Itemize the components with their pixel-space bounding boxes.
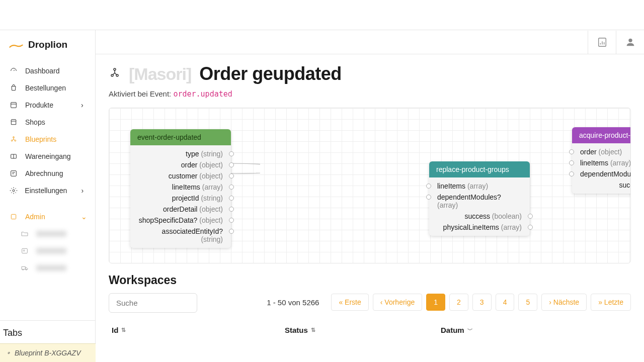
node-property: lineItems (array) xyxy=(429,180,530,192)
top-header xyxy=(96,30,644,54)
tabs-section: Tabs ⚬ Blueprint B-XGGAZV xyxy=(0,320,96,362)
app-name: Droplion xyxy=(28,39,67,50)
nav-incoming[interactable]: Wareneingang xyxy=(0,148,95,165)
nav-label: Einstellungen xyxy=(25,187,67,195)
svg-point-12 xyxy=(26,269,27,270)
nav-label: Shops xyxy=(25,118,45,126)
nav-shops[interactable]: Shops xyxy=(0,114,95,131)
node-event-order-updated[interactable]: event-order-updated type (string)order (… xyxy=(130,129,231,248)
nav-products[interactable]: Produkte › xyxy=(0,97,95,114)
nav-admin[interactable]: Admin ⌄ xyxy=(0,208,95,225)
page-prev[interactable]: ‹ Vorherige xyxy=(373,294,422,311)
page-4[interactable]: 4 xyxy=(496,294,515,311)
orders-icon xyxy=(9,83,18,93)
logo[interactable]: Droplion xyxy=(0,30,95,59)
node-property: dependentModu xyxy=(572,168,631,179)
dashboard-icon xyxy=(9,66,18,75)
page-subtitle: Aktiviert bei Event: order.updated xyxy=(109,89,631,99)
nav-settings[interactable]: Einstellungen › xyxy=(0,182,95,199)
nav-label: Produkte xyxy=(25,101,53,109)
chevron-right-icon: › xyxy=(81,101,86,109)
node-property: order (object) xyxy=(130,159,231,170)
page-last[interactable]: » Letzte xyxy=(591,294,631,311)
node-property: success xyxy=(572,179,631,191)
blueprint-canvas[interactable]: event-order-updated type (string)order (… xyxy=(109,108,631,263)
col-id[interactable]: Id⇅ xyxy=(109,326,285,334)
user-icon[interactable] xyxy=(616,31,644,54)
node-property: physicalLineItems (array) xyxy=(429,222,530,233)
billing-icon xyxy=(9,169,18,178)
nav-label: Wareneingang xyxy=(25,152,71,160)
admin-sub-2[interactable] xyxy=(0,242,95,259)
main-content: [Masori] Order geupdated Aktiviert bei E… xyxy=(96,54,644,362)
chevron-right-icon: › xyxy=(81,187,86,195)
event-code: order.updated xyxy=(173,89,232,99)
node-property: type (string) xyxy=(130,148,231,159)
node-property: projectId (string) xyxy=(130,193,231,204)
blueprint-tab-icon: ⚬ xyxy=(6,350,11,356)
nav-label: Dashboard xyxy=(25,67,60,75)
nav-label: Abrechnung xyxy=(25,169,63,177)
page-5[interactable]: 5 xyxy=(518,294,537,311)
svg-rect-1 xyxy=(11,103,17,108)
admin-sub-3[interactable] xyxy=(0,259,95,277)
tab-blueprint[interactable]: ⚬ Blueprint B-XGGAZV xyxy=(0,343,96,362)
tab-label: Blueprint B-XGGAZV xyxy=(15,349,81,357)
nav-label: Admin xyxy=(25,213,45,221)
top-spacer xyxy=(0,0,644,30)
page-3[interactable]: 3 xyxy=(472,294,492,311)
sort-icon: ⇅ xyxy=(121,327,126,333)
svg-point-13 xyxy=(114,68,116,70)
node-property: shopSpecificData? (object) xyxy=(130,215,231,226)
node-property: order (object) xyxy=(572,146,631,157)
chevron-down-icon: ⌄ xyxy=(81,213,86,221)
products-icon xyxy=(9,101,18,110)
svg-point-7 xyxy=(13,190,15,192)
nav-label: Bestellungen xyxy=(25,84,66,92)
sort-icon: ⇅ xyxy=(311,327,315,333)
admin-sub-1[interactable] xyxy=(0,225,95,242)
settings-icon xyxy=(9,186,18,195)
range-text: 1 - 50 von 5266 xyxy=(267,298,319,307)
node-header: acquire-product- xyxy=(572,127,631,143)
node-property: customer (object) xyxy=(130,170,231,182)
nav-billing[interactable]: Abrechnung xyxy=(0,165,95,182)
node-property: dependentModules? (array) xyxy=(429,192,530,211)
node-replace-product-groups[interactable]: replace-product-groups lineItems (array)… xyxy=(429,161,530,236)
truck-icon xyxy=(20,263,29,273)
page-first[interactable]: « Erste xyxy=(331,294,368,311)
nav-orders[interactable]: Bestellungen xyxy=(0,79,95,97)
folder-icon xyxy=(20,229,29,238)
col-date[interactable]: Datum﹀ xyxy=(441,326,551,334)
search-input[interactable] xyxy=(109,293,197,313)
node-header: event-order-updated xyxy=(130,129,231,145)
sidebar: Droplion Dashboard Bestellungen Produkte… xyxy=(0,30,96,362)
flow-icon xyxy=(109,67,121,81)
stats-icon[interactable] xyxy=(588,31,616,54)
workspaces-title: Workspaces xyxy=(109,274,631,287)
nav: Dashboard Bestellungen Produkte › Shops … xyxy=(0,59,95,280)
title-redacted: [Masori] xyxy=(129,64,191,84)
svg-point-11 xyxy=(23,269,24,270)
page-2[interactable]: 2 xyxy=(449,294,468,311)
node-property: lineItems (array) xyxy=(130,182,231,193)
nav-blueprints[interactable]: Blueprints xyxy=(0,131,95,148)
page-1[interactable]: 1 xyxy=(426,294,445,311)
contact-icon xyxy=(20,246,29,255)
tabs-heading: Tabs xyxy=(0,325,96,343)
admin-icon xyxy=(9,212,18,221)
node-property: orderDetail (object) xyxy=(130,204,231,215)
col-status[interactable]: Status⇅ xyxy=(285,326,441,334)
table-header: Id⇅ Status⇅ Datum﹀ xyxy=(109,326,631,334)
nav-dashboard[interactable]: Dashboard xyxy=(0,62,95,79)
node-acquire-product[interactable]: acquire-product- order (object)lineItems… xyxy=(572,127,631,194)
svg-rect-6 xyxy=(11,171,17,176)
svg-rect-8 xyxy=(11,214,16,219)
page-title: Order geupdated xyxy=(199,63,342,84)
node-property: lineItems (array) xyxy=(572,157,631,168)
subtitle-prefix: Aktiviert bei Event: xyxy=(109,89,173,98)
svg-point-2 xyxy=(13,137,15,138)
page-next[interactable]: › Nächste xyxy=(541,294,587,311)
node-property: success (boolean) xyxy=(429,211,530,222)
node-header: replace-product-groups xyxy=(429,161,530,177)
